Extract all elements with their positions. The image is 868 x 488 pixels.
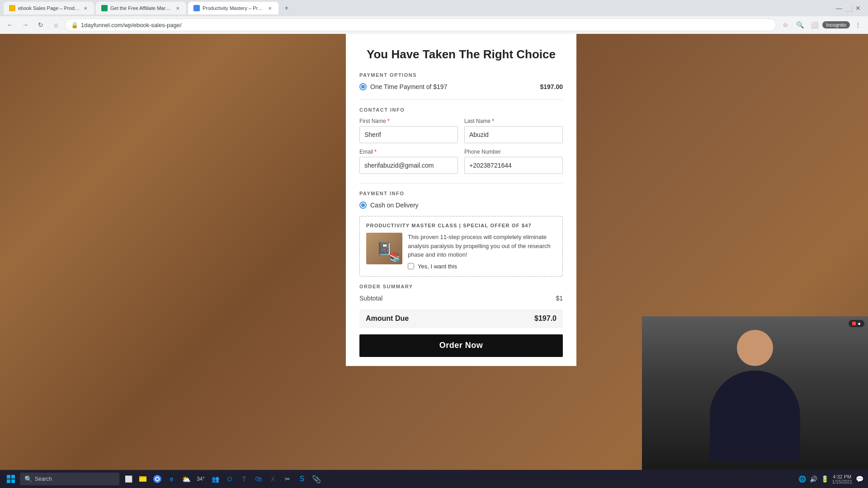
cash-delivery-option[interactable]: Cash on Delivery — [359, 202, 563, 209]
order-summary-label: ORDER SUMMARY — [359, 284, 563, 289]
start-button[interactable] — [5, 473, 17, 485]
minimize-button[interactable]: — — [836, 5, 842, 12]
maximize-button[interactable]: ⬜ — [845, 5, 853, 12]
cash-delivery-radio[interactable] — [359, 202, 367, 209]
name-row: First Name * Last Name * — [359, 118, 563, 143]
search-icon[interactable]: 🔍 — [793, 19, 806, 31]
teams-icon[interactable]: T — [238, 473, 250, 485]
taskview-icon[interactable]: ⬜ — [122, 473, 135, 485]
chrome-icon[interactable] — [151, 473, 164, 485]
checkout-modal: You Have Taken The Right Choice PAYMENT … — [346, 34, 576, 366]
amount-due-row: Amount Due $197.0 — [359, 309, 563, 328]
tab-3[interactable]: Productivity Mastery – Producti... ✕ — [188, 2, 278, 14]
cash-delivery-text: Cash on Delivery — [370, 202, 419, 209]
edge-icon[interactable]: e — [165, 473, 178, 485]
communication-icon[interactable]: 👥 — [209, 473, 222, 485]
weather-icon[interactable]: ⛅ — [180, 473, 193, 485]
svg-rect-5 — [139, 478, 146, 482]
last-name-label: Last Name * — [464, 118, 563, 124]
email-group: Email * — [359, 149, 458, 174]
video-overlay: ● — [642, 316, 868, 470]
tab-1[interactable]: ebook Sales Page – Productivity ✕ — [4, 2, 94, 14]
upsell-title: PRODUCTIVITY MASTER CLASS | SPECIAL OFFE… — [366, 223, 556, 228]
svg-rect-2 — [7, 479, 10, 483]
live-indicator: ● — [849, 320, 864, 327]
action-center-icon[interactable]: 💬 — [856, 475, 863, 483]
video-person — [642, 316, 868, 470]
address-bar[interactable]: 🔒 1dayfunnel.com/wp/ebook-sales-page/ — [65, 19, 776, 31]
upsell-description: This proven 11-step process will complet… — [408, 233, 556, 259]
extensions-icon[interactable]: ⬜ — [808, 19, 821, 31]
payment-options-section: PAYMENT OPTIONS One Time Payment of $197… — [359, 72, 563, 90]
order-now-button[interactable]: Order Now — [359, 334, 563, 357]
outlook-icon[interactable]: O — [223, 473, 236, 485]
phone-input[interactable] — [464, 157, 563, 174]
browser-chrome: ebook Sales Page – Productivity ✕ Get th… — [0, 0, 868, 34]
taskbar: 🔍 Search ⬜ e ⛅ 34° 👥 O T 🛍 X ✂ S — [0, 470, 868, 488]
upsell-checkbox-row: Yes, I want this — [408, 263, 556, 270]
incognito-badge: Incognito — [822, 21, 850, 28]
close-button[interactable]: ✕ — [855, 5, 861, 12]
amount-due-value: $197.0 — [534, 314, 557, 323]
back-button[interactable]: ← — [4, 19, 16, 31]
toolbar: ← → ↻ ⌂ 🔒 1dayfunnel.com/wp/ebook-sales-… — [0, 16, 868, 33]
subtotal-row: Subtotal $1 — [359, 295, 563, 302]
subtotal-label: Subtotal — [359, 295, 382, 302]
upsell-content: 📓 This proven 11-step process will compl… — [366, 233, 556, 270]
email-label: Email * — [359, 149, 458, 155]
divider-1 — [359, 99, 563, 100]
upsell-checkbox-label[interactable]: Yes, I want this — [418, 263, 457, 270]
network-icon[interactable]: 🌐 — [798, 475, 806, 483]
snip-icon[interactable]: ✂ — [281, 473, 294, 485]
search-magnifier-icon: 🔍 — [24, 475, 32, 483]
contact-row: Email * Phone Number — [359, 149, 563, 174]
skype-icon[interactable]: S — [296, 473, 308, 485]
sound-icon[interactable]: 🔊 — [810, 475, 817, 483]
taskbar-apps: ⬜ e ⛅ 34° 👥 O T 🛍 X ✂ S 📎 — [122, 473, 796, 485]
last-name-input[interactable] — [464, 126, 563, 143]
payment-info-label: PAYMENT INFO — [359, 191, 563, 196]
excel-icon[interactable]: X — [267, 473, 279, 485]
tab-2[interactable]: Get the Free Affiliate Marketing ✕ — [96, 2, 186, 14]
extra-icon[interactable]: 📎 — [310, 473, 323, 485]
subtotal-value: $1 — [556, 295, 563, 302]
first-name-input[interactable] — [359, 126, 458, 143]
home-button[interactable]: ⌂ — [50, 19, 62, 31]
store-icon[interactable]: 🛍 — [252, 473, 265, 485]
tab-close-1[interactable]: ✕ — [82, 5, 89, 11]
forward-button[interactable]: → — [19, 19, 32, 31]
payment-info-section: PAYMENT INFO Cash on Delivery — [359, 191, 563, 209]
toolbar-icons: ☆ 🔍 ⬜ Incognito ⋮ — [779, 19, 864, 31]
payment-option-label[interactable]: One Time Payment of $197 — [359, 83, 447, 90]
payment-radio[interactable] — [359, 83, 367, 90]
first-name-label: First Name * — [359, 118, 458, 124]
upsell-checkbox[interactable] — [408, 263, 414, 269]
menu-icon[interactable]: ⋮ — [852, 19, 864, 31]
phone-group: Phone Number — [464, 149, 563, 174]
taskbar-right: 🌐 🔊 🔋 4:32 PM 1/15/2021 💬 — [798, 474, 864, 484]
taskbar-search[interactable]: 🔍 Search — [20, 473, 119, 485]
payment-price: $197.00 — [540, 83, 563, 90]
upsell-box: PRODUCTIVITY MASTER CLASS | SPECIAL OFFE… — [359, 216, 563, 277]
payment-options-label: PAYMENT OPTIONS — [359, 72, 563, 78]
contact-info-label: CONTACT INFO — [359, 107, 563, 113]
email-input[interactable] — [359, 157, 458, 174]
title-bar: ebook Sales Page – Productivity ✕ Get th… — [0, 0, 868, 16]
page-title: You Have Taken The Right Choice — [359, 47, 563, 61]
new-tab-button[interactable]: + — [280, 2, 293, 14]
battery-icon[interactable]: 🔋 — [821, 475, 829, 483]
temp-badge: 34° — [194, 473, 207, 485]
payment-option-text: One Time Payment of $197 — [370, 83, 447, 90]
divider-2 — [359, 183, 563, 183]
svg-rect-3 — [11, 479, 15, 483]
contact-info-section: CONTACT INFO First Name * Last Name * — [359, 107, 563, 174]
reload-button[interactable]: ↻ — [34, 19, 47, 31]
first-name-group: First Name * — [359, 118, 458, 143]
bookmark-icon[interactable]: ☆ — [779, 19, 792, 31]
notification-area: 4:32 PM 1/15/2021 — [832, 474, 853, 484]
tab-close-3[interactable]: ✕ — [267, 5, 273, 11]
phone-label: Phone Number — [464, 149, 563, 155]
file-explorer-icon[interactable] — [137, 473, 149, 485]
svg-point-8 — [156, 478, 159, 480]
tab-close-2[interactable]: ✕ — [175, 5, 181, 11]
